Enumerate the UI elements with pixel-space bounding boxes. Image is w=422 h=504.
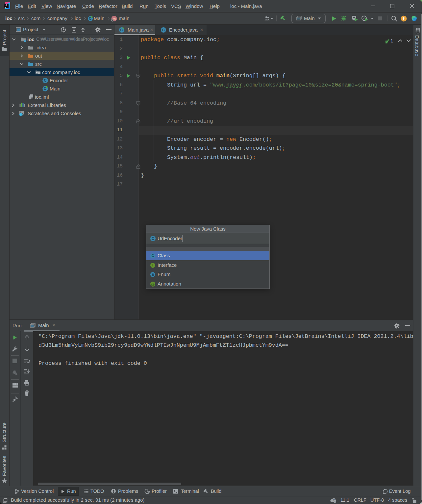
svg-text:C: C [44,87,46,90]
svg-text:E: E [152,272,154,276]
svg-text:C: C [44,78,47,82]
svg-text:C: C [120,28,123,32]
svg-text:@: @ [151,282,155,286]
svg-text:I: I [152,263,153,267]
svg-text:C: C [152,237,154,240]
svg-text:C: C [162,28,165,32]
svg-text:C: C [152,254,154,258]
